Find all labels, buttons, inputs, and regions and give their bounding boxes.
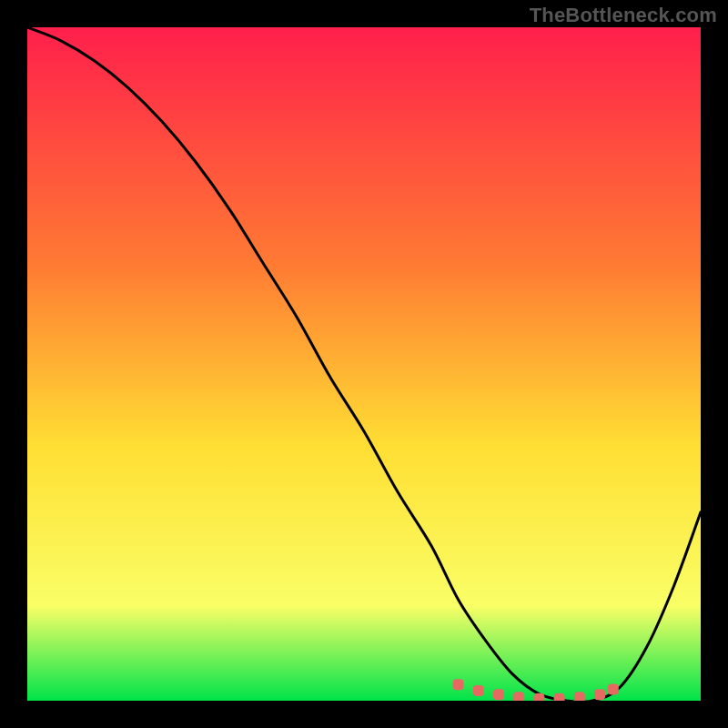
bead [513, 692, 524, 701]
bead [473, 685, 484, 696]
plot-area [27, 27, 701, 701]
chart-frame: TheBottleneck.com [0, 0, 728, 728]
chart-svg [27, 27, 701, 701]
gradient-background [27, 27, 701, 701]
bead [574, 692, 585, 701]
watermark-text: TheBottleneck.com [530, 4, 717, 27]
bead [493, 689, 504, 700]
bead [533, 693, 544, 701]
bead [554, 693, 565, 701]
bead [453, 679, 464, 690]
bead [608, 683, 619, 694]
bead [594, 689, 605, 700]
